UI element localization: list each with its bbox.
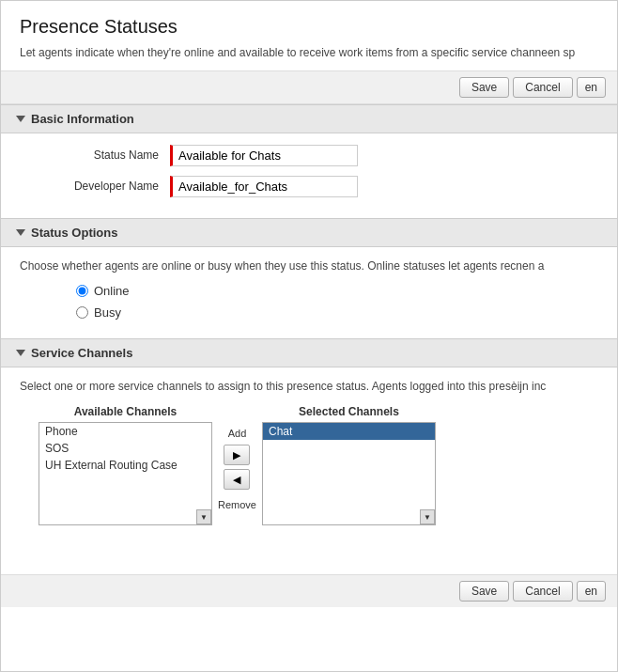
- developer-name-row: Developer Name: [20, 176, 598, 197]
- status-options-triangle-icon: [16, 229, 25, 236]
- status-name-row: Status Name: [20, 145, 598, 166]
- basic-information-title: Basic Information: [31, 112, 134, 126]
- available-channels-listbox[interactable]: Phone SOS UH External Routing Case ▼: [39, 422, 212, 525]
- available-channels-label: Available Channels: [74, 405, 178, 418]
- basic-info-triangle-icon: [16, 116, 25, 122]
- available-scroll-down-icon[interactable]: ▼: [196, 509, 211, 524]
- service-channels-section: Service Channels Select one or more serv…: [1, 338, 617, 538]
- bottom-cancel-button[interactable]: Cancel: [513, 581, 572, 602]
- top-lang-button[interactable]: en: [577, 77, 606, 98]
- selected-channels-listbox[interactable]: Chat ▼: [262, 422, 436, 525]
- basic-information-body: Status Name Developer Name: [1, 133, 617, 218]
- online-radio-row: Online: [76, 284, 598, 298]
- available-channel-uh-external[interactable]: UH External Routing Case: [39, 457, 211, 474]
- bottom-toolbar: Save Cancel en: [1, 574, 617, 607]
- status-options-header: Status Options: [1, 218, 617, 247]
- basic-information-header: Basic Information: [1, 104, 617, 133]
- main-window: Presence Statuses Let agents indicate wh…: [0, 0, 618, 672]
- available-channel-sos[interactable]: SOS: [39, 440, 211, 457]
- service-channels-header: Service Channels: [1, 338, 617, 367]
- status-options-body: Choose whether agents are online or busy…: [1, 247, 617, 338]
- top-cancel-button[interactable]: Cancel: [513, 77, 572, 98]
- form-content: Basic Information Status Name Developer …: [1, 104, 617, 538]
- available-channel-phone[interactable]: Phone: [39, 423, 211, 440]
- status-name-input[interactable]: [170, 145, 358, 166]
- page-description: Let agents indicate when they're online …: [20, 45, 598, 61]
- selected-channels-label: Selected Channels: [299, 405, 399, 418]
- top-save-button[interactable]: Save: [459, 77, 509, 98]
- selected-channels-wrapper: Selected Channels Chat ▼: [262, 405, 436, 525]
- status-options-title: Status Options: [31, 226, 117, 240]
- top-toolbar: Save Cancel en: [1, 70, 617, 104]
- basic-information-section: Basic Information Status Name Developer …: [1, 104, 617, 218]
- online-radio[interactable]: [76, 285, 88, 297]
- service-channels-body: Select one or more service channels to a…: [1, 367, 617, 538]
- remove-label: Remove: [218, 499, 256, 510]
- remove-left-button[interactable]: ◀: [224, 469, 250, 490]
- bottom-lang-button[interactable]: en: [577, 581, 606, 602]
- status-options-description: Choose whether agents are online or busy…: [20, 258, 564, 274]
- busy-radio-row: Busy: [76, 305, 598, 320]
- service-channels-title: Service Channels: [31, 346, 132, 360]
- selected-scroll-down-icon[interactable]: ▼: [420, 509, 435, 524]
- bottom-save-button[interactable]: Save: [459, 581, 509, 602]
- busy-radio-label[interactable]: Busy: [94, 305, 121, 320]
- page-title: Presence Statuses: [20, 16, 598, 38]
- status-options-section: Status Options Choose whether agents are…: [1, 218, 617, 338]
- available-channels-wrapper: Available Channels Phone SOS UH External…: [39, 405, 212, 525]
- selected-channel-chat[interactable]: Chat: [263, 423, 435, 440]
- channels-container: Available Channels Phone SOS UH External…: [39, 405, 598, 525]
- developer-name-input[interactable]: [170, 176, 358, 197]
- add-right-button[interactable]: ▶: [224, 445, 250, 465]
- status-name-label: Status Name: [20, 148, 170, 162]
- service-channels-description: Select one or more service channels to a…: [20, 379, 564, 395]
- move-buttons: Add ▶ ◀ Remove: [212, 428, 262, 512]
- service-channels-triangle-icon: [16, 350, 25, 356]
- busy-radio[interactable]: [76, 306, 88, 319]
- page-header: Presence Statuses Let agents indicate wh…: [1, 1, 617, 70]
- developer-name-label: Developer Name: [20, 180, 170, 193]
- online-radio-label[interactable]: Online: [94, 284, 130, 298]
- add-label: Add: [228, 428, 247, 439]
